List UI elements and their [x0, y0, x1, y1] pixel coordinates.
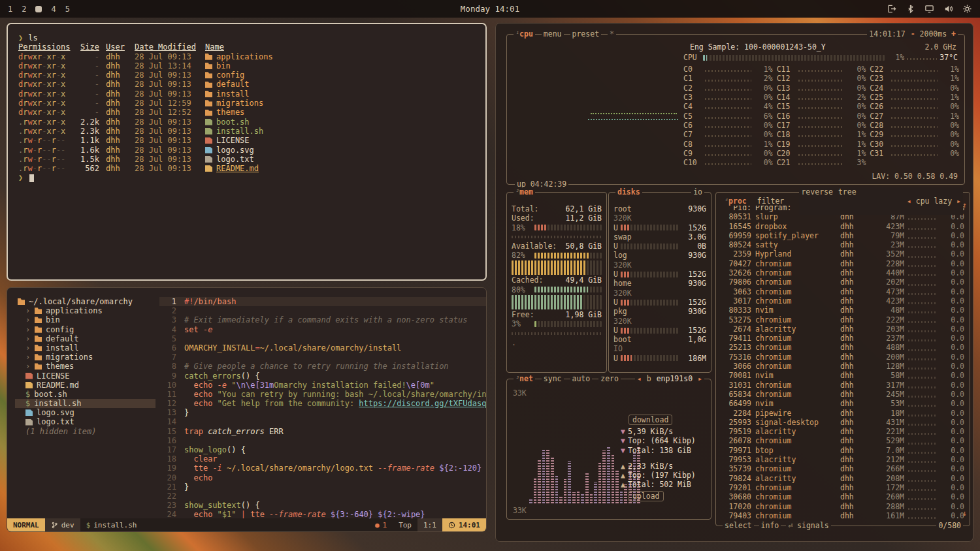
tree-root-item[interactable]: ~/.local/share/omarchy: [15, 297, 159, 306]
process-row[interactable]: 30680chromiumdhh260M0.0: [721, 492, 964, 501]
code-text: set -e: [184, 325, 486, 334]
process-row[interactable]: 53275chromiumdhh222M0.0: [721, 315, 964, 324]
net-graph-column: [602, 450, 606, 503]
tree-item-LICENSE[interactable]: LICENSE: [15, 371, 159, 381]
process-row[interactable]: 70081nvimdhh58M0.0: [721, 371, 964, 380]
process-row[interactable]: 79971btopdhh7.0M0.0: [721, 446, 964, 455]
process-row[interactable]: 32626chromiumdhh440M0.0: [721, 268, 964, 277]
code-line[interactable]: 12 echo "Get help from the community: ht…: [159, 399, 486, 408]
tree-item-config[interactable]: ›config: [15, 325, 159, 334]
tree-item-logo.svg[interactable]: logo.svg: [15, 408, 159, 417]
signals-button[interactable]: ⏎ signals: [786, 521, 830, 530]
core-percent: 0%: [847, 65, 866, 74]
process-row[interactable]: 70427chromiumdhh228M0.0: [721, 259, 964, 268]
process-row[interactable]: 26078chromiumdhh529M0.0: [721, 436, 964, 445]
process-row[interactable]: 79824alacrittydhh208M0.0: [721, 474, 964, 483]
process-cpu-graph: [908, 358, 937, 360]
code-line[interactable]: 20 echo: [159, 473, 486, 482]
code-line[interactable]: 18 clear: [159, 454, 486, 464]
code-line[interactable]: 17show_logo() {: [159, 445, 486, 454]
refresh-interval-control[interactable]: - 2000ms +: [911, 29, 956, 39]
process-row[interactable]: 2359Hyprlanddhh352M0.0: [721, 249, 964, 259]
tree-item-install[interactable]: ›install: [15, 343, 159, 353]
process-row[interactable]: 79411chromiumdhh237M0.0: [721, 334, 964, 343]
cpu-panel-title[interactable]: ¹cpu: [514, 29, 535, 39]
tree-item-README.md[interactable]: README.md: [15, 381, 159, 390]
process-row[interactable]: 3017chromiumdhh423M0.0: [721, 296, 964, 306]
process-row[interactable]: 66499nvimdhh53M0.0: [721, 399, 964, 408]
process-row[interactable]: 69959spotify_playerdhh79M0.0: [721, 231, 964, 240]
settings-gear-icon[interactable]: [962, 4, 972, 14]
code-line[interactable]: 4set -e: [159, 325, 486, 334]
process-row[interactable]: 31031chromiumdhh317M0.0: [721, 381, 964, 390]
code-line[interactable]: 16: [159, 436, 486, 445]
tree-item-install.sh[interactable]: $install.sh: [15, 399, 155, 408]
process-row[interactable]: 17020chromiumdhh288M0.0: [721, 502, 964, 511]
code-line[interactable]: 15trap catch_errors ERR: [159, 427, 486, 436]
process-row[interactable]: 75316chromiumdhh200M0.0: [721, 353, 964, 362]
process-row[interactable]: 79806chromiumdhh202M0.0: [721, 277, 964, 287]
code-line[interactable]: 3# Exit immediately if a command exits w…: [159, 315, 486, 324]
display-icon[interactable]: [924, 4, 934, 14]
code-line[interactable]: 14: [159, 417, 486, 426]
select-button[interactable]: select: [723, 521, 754, 530]
process-row[interactable]: 65834chromiumdhh245M0.0: [721, 390, 964, 399]
volume-icon[interactable]: [943, 4, 953, 14]
logout-icon[interactable]: [887, 4, 896, 14]
code-line[interactable]: 7: [159, 353, 486, 362]
process-row[interactable]: 2674alacrittydhh203M0.0: [721, 324, 964, 334]
process-row[interactable]: 16545dropboxdhh423M0.0: [721, 222, 964, 231]
process-row[interactable]: 3063chromiumdhh473M0.0: [721, 287, 964, 296]
code-line[interactable]: 11 echo "You can retry by running: bash …: [159, 390, 486, 399]
code-line[interactable]: 2: [159, 306, 486, 315]
shell-prompt-line[interactable]: ❯: [18, 173, 475, 182]
net-panel-title[interactable]: ³net: [514, 374, 535, 383]
code-line[interactable]: 22: [159, 492, 486, 501]
code-line[interactable]: 6OMARCHY_INSTALL=~/.local/share/omarchy/…: [159, 343, 486, 353]
bluetooth-icon[interactable]: [906, 4, 915, 14]
code-line[interactable]: 8# Give people a chance to retry running…: [159, 362, 486, 371]
editor-panel[interactable]: 1#!/bin/bash23# Exit immediately if a co…: [159, 288, 486, 518]
code-line[interactable]: 1#!/bin/bash: [159, 297, 486, 306]
process-row[interactable]: 79403chromiumdhh161M0.0: [721, 511, 964, 520]
net-interface-selector[interactable]: ◂b enp191s0 ▸: [635, 374, 704, 383]
code-line[interactable]: 9catch_errors() {: [159, 371, 486, 381]
process-row[interactable]: 79201chromiumdhh172M0.0: [721, 483, 964, 492]
preset-button[interactable]: preset: [570, 29, 602, 39]
code-line[interactable]: 23show_subtext() {: [159, 501, 486, 510]
process-row[interactable]: 25993signal-desktopdhh431M0.0: [721, 418, 964, 427]
filter-button[interactable]: filter: [755, 197, 787, 206]
scroll-up-icon[interactable]: ↑: [962, 200, 967, 210]
code-line[interactable]: 21}: [159, 482, 486, 492]
scroll-down-icon[interactable]: ↓: [962, 509, 967, 518]
code-line[interactable]: 19 tte -i ~/.local/share/omarchy/logo.tx…: [159, 464, 486, 473]
reverse-button[interactable]: reverse: [801, 187, 832, 215]
menu-button[interactable]: menu: [542, 29, 564, 39]
net-auto-button[interactable]: auto: [570, 374, 593, 383]
net-zero-button[interactable]: zero: [598, 374, 621, 383]
sort-column-selector[interactable]: ◂ cpu lazy ▸: [862, 187, 961, 215]
net-sync-button[interactable]: sync: [542, 374, 564, 383]
process-row[interactable]: 25213chromiumdhh488M0.0: [721, 343, 964, 352]
code-line[interactable]: 10 echo -e "\n\e[31mOmarchy installation…: [159, 381, 486, 390]
tree-button[interactable]: tree: [838, 187, 857, 215]
tree-item-boot.sh[interactable]: $boot.sh: [15, 390, 159, 399]
code-line[interactable]: 13}: [159, 408, 486, 417]
info-button[interactable]: info: [759, 521, 781, 530]
tree-item-logo.txt[interactable]: logo.txt: [15, 417, 159, 426]
process-row[interactable]: 80524sattydhh23M0.0: [721, 240, 964, 249]
tree-item-themes[interactable]: ›themes: [15, 362, 159, 371]
process-row[interactable]: 3066chromiumdhh128M0.0: [721, 362, 964, 371]
code-line[interactable]: 24 echo "$1" | tte --frame-rate ${3:-640…: [159, 510, 486, 518]
process-row[interactable]: 2284pipewiredhh18M0.0: [721, 409, 964, 418]
tree-item-migrations[interactable]: ›migrations: [15, 353, 159, 362]
proc-panel-title[interactable]: ⁴proc: [723, 197, 749, 206]
process-row[interactable]: 79953alacrittydhh212M0.0: [721, 455, 964, 464]
tree-item-applications[interactable]: ›applications: [15, 306, 159, 315]
process-row[interactable]: 79519alacrittydhh221M0.0: [721, 427, 964, 436]
process-row[interactable]: 35739chromiumdhh266M0.0: [721, 464, 964, 473]
tree-item-default[interactable]: ›default: [15, 334, 159, 343]
tree-item-bin[interactable]: ›bin: [15, 315, 159, 324]
code-line[interactable]: 5: [159, 334, 486, 343]
process-row[interactable]: 80333nvimdhh48M0.0: [721, 306, 964, 315]
